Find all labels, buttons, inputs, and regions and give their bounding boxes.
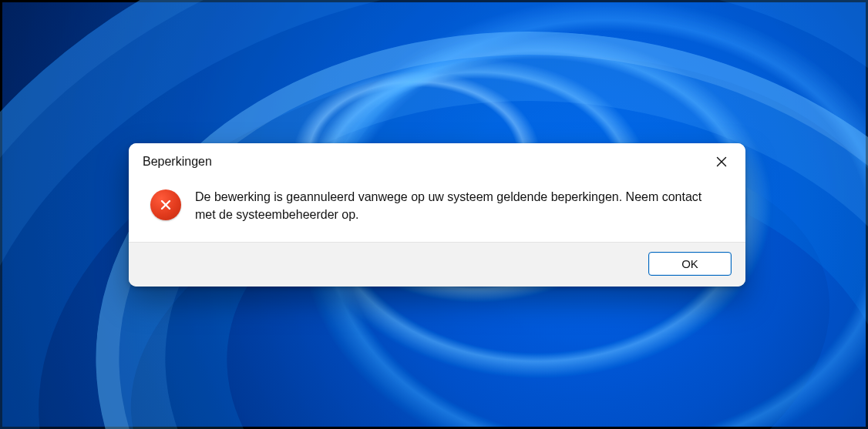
error-icon: [150, 189, 181, 220]
restrictions-dialog: Beperkingen De bewerking is geannuleerd …: [129, 143, 745, 287]
ok-button[interactable]: OK: [648, 252, 732, 276]
dialog-title: Beperkingen: [143, 155, 212, 169]
dialog-message: De bewerking is geannuleerd vanwege op u…: [195, 188, 724, 223]
dialog-body: De bewerking is geannuleerd vanwege op u…: [129, 177, 745, 242]
screenshot-viewport: Beperkingen De bewerking is geannuleerd …: [0, 0, 868, 429]
close-button[interactable]: [708, 151, 735, 173]
close-icon: [716, 156, 727, 167]
dialog-titlebar: Beperkingen: [129, 143, 745, 177]
dialog-footer: OK: [129, 242, 745, 287]
